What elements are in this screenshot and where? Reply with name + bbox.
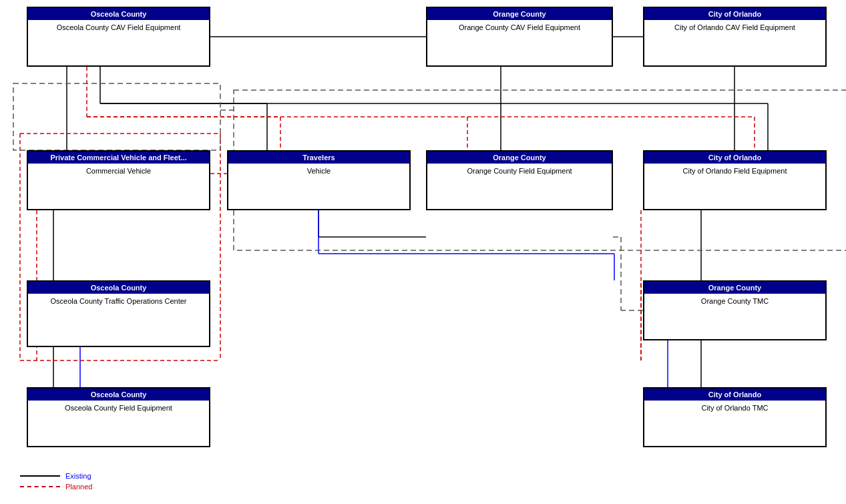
node-osceola-toc-body: Osceola County Traffic Operations Center <box>28 294 209 308</box>
node-orlando-field: City of Orlando City of Orlando Field Eq… <box>643 150 827 210</box>
node-orlando-field-body: City of Orlando Field Equipment <box>644 164 825 178</box>
node-travelers: Travelers Vehicle <box>227 150 411 210</box>
node-orange-cav: Orange County Orange County CAV Field Eq… <box>426 7 613 67</box>
legend-planned-label: Planned <box>65 483 92 491</box>
node-orange-tmc: Orange County Orange County TMC <box>643 280 827 340</box>
node-orange-tmc-header: Orange County <box>644 282 825 294</box>
legend-planned: Planned <box>20 483 92 491</box>
node-commercial: Private Commercial Vehicle and Fleet... … <box>27 150 210 210</box>
diagram-container: Osceola County Osceola County CAV Field … <box>0 0 846 467</box>
node-orange-cav-body: Orange County CAV Field Equipment <box>427 20 612 35</box>
node-osceola-field-body: Osceola County Field Equipment <box>28 401 209 415</box>
node-orange-field: Orange County Orange County Field Equipm… <box>426 150 613 210</box>
node-commercial-body: Commercial Vehicle <box>28 164 209 178</box>
node-osceola-cav-body: Osceola County CAV Field Equipment <box>28 20 209 35</box>
svg-rect-40 <box>13 83 220 150</box>
legend-existing: Existing <box>20 472 92 480</box>
node-travelers-body: Vehicle <box>228 164 409 178</box>
node-osceola-field-header: Osceola County <box>28 389 209 401</box>
node-orlando-cav: City of Orlando City of Orlando CAV Fiel… <box>643 7 827 67</box>
node-osceola-toc-header: Osceola County <box>28 282 209 294</box>
node-orlando-field-header: City of Orlando <box>644 152 825 164</box>
node-osceola-cav: Osceola County Osceola County CAV Field … <box>27 7 210 67</box>
node-orlando-tmc-header: City of Orlando <box>644 389 825 401</box>
node-orlando-cav-header: City of Orlando <box>644 8 825 20</box>
node-orange-field-body: Orange County Field Equipment <box>427 164 612 178</box>
node-osceola-cav-header: Osceola County <box>28 8 209 20</box>
node-orlando-tmc: City of Orlando City of Orlando TMC <box>643 387 827 447</box>
node-osceola-toc: Osceola County Osceola County Traffic Op… <box>27 280 210 347</box>
node-orange-field-header: Orange County <box>427 152 612 164</box>
legend-planned-line <box>20 486 60 487</box>
node-orange-tmc-body: Orange County TMC <box>644 294 825 308</box>
legend-existing-label: Existing <box>65 472 91 480</box>
node-osceola-field: Osceola County Osceola County Field Equi… <box>27 387 210 447</box>
node-orlando-cav-body: City of Orlando CAV Field Equipment <box>644 20 825 35</box>
node-orange-cav-header: Orange County <box>427 8 612 20</box>
legend-existing-line <box>20 475 60 477</box>
node-orlando-tmc-body: City of Orlando TMC <box>644 401 825 415</box>
node-travelers-header: Travelers <box>228 152 409 164</box>
legend: Existing Planned <box>20 472 92 491</box>
node-commercial-header: Private Commercial Vehicle and Fleet... <box>28 152 209 164</box>
